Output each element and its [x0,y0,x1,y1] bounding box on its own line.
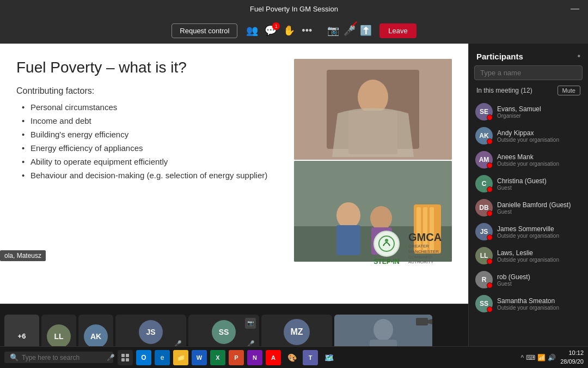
participant-item-laws[interactable]: LL Laws, Leslie Outside your organisatio… [469,244,588,268]
avatar-smeaton: SS [475,295,493,312]
participants-list: SE Evans, Samuel Organiser AK Andy Kippa… [469,98,588,368]
participant-item-evans[interactable]: SE Evans, Samuel Organiser [469,100,588,124]
clock-date: 28/09/20 [560,358,584,366]
info-bamford: Danielle Bamford (Guest) Guest [497,201,581,215]
toolbar-icons: 👥 💬 1 ✋ ••• [246,25,312,37]
teams-icon[interactable]: T [303,350,318,365]
name-laws: Laws, Leslie [497,249,581,257]
task-view-button[interactable] [118,350,133,365]
participants-header: Participants • [469,44,588,65]
info-evans: Evans, Samuel Organiser [497,105,581,119]
avatar-ak: AK [84,324,108,348]
leave-button[interactable]: Leave [379,23,416,38]
participant-item-rob[interactable]: R rob (Guest) Guest [469,268,588,292]
role-mank: Outside your organisation [497,161,581,167]
svg-rect-21 [416,318,428,325]
clock-display[interactable]: 10:12 28/09/20 [560,349,584,366]
participant-item-smeaton[interactable]: SS Samantha Smeaton Outside your organis… [469,292,588,316]
svg-point-13 [370,206,392,230]
participants-count-row: In this meeting (12) Mute [469,83,588,98]
role-kippax: Outside your organisation [497,137,581,143]
taskbar-search-box[interactable]: 🔍 🎤 [4,352,113,363]
info-rob: rob (Guest) Guest [497,273,581,287]
minimize-button[interactable]: — [571,0,579,17]
raise-hand-icon[interactable]: ✋ [283,25,295,37]
title-bar: Fuel Poverty In GM Session — [0,0,588,17]
participants-title: Participants [476,52,523,61]
clock-time: 10:12 [560,349,584,357]
svg-rect-12 [336,225,360,255]
request-control-button[interactable]: Request control [171,23,237,38]
gmca-full-text: GREATER MANCHESTER COMBINED AUTHORITY [408,244,452,264]
window-title: Fuel Poverty In GM Session [250,5,338,13]
participants-panel: Participants • In this meeting (12) Mute… [468,44,588,368]
adobe-icon[interactable]: A [266,350,281,365]
svg-rect-4 [294,59,452,160]
info-sommerville: James Sommerville Outside your organisat… [497,225,581,239]
participant-item-christina[interactable]: C Christina (Guest) Guest [469,172,588,196]
file-explorer-icon[interactable]: 📁 [173,350,188,365]
volume-icon[interactable]: 🔊 [548,354,556,361]
more-options-icon[interactable]: ••• [302,25,312,37]
stepin-text: STEP-IN [373,258,399,266]
presentation-area: Fuel Poverty – what is it? Contributing … [0,44,468,304]
paint-icon[interactable]: 🎨 [284,350,299,365]
word-icon[interactable]: W [192,350,207,365]
role-bamford: Guest [497,209,581,215]
name-christina: Christina (Guest) [497,177,581,185]
avatar-christina: C [475,175,493,192]
chat-icon[interactable]: 💬 1 [265,25,277,37]
keyboard-icon[interactable]: ⌨ [526,354,535,361]
camera-toggle-icon[interactable]: 📷 [327,25,339,37]
participant-item-kippax[interactable]: AK Andy Kippax Outside your organisation [469,124,588,148]
slide-image-top [294,59,452,160]
info-mank: Anees Mank Outside your organisation [497,153,581,167]
chevron-up-icon[interactable]: ^ [521,354,524,361]
participant-item-sommerville[interactable]: JS James Sommerville Outside your organi… [469,220,588,244]
share-screen-icon[interactable]: ⬆️ [360,25,372,37]
svg-point-16 [385,239,388,242]
role-evans: Organiser [497,113,581,119]
svg-point-15 [379,236,394,251]
participants-icon[interactable]: 👥 [246,25,258,37]
excel-icon[interactable]: X [210,350,225,365]
name-smeaton: Samantha Smeaton [497,297,581,305]
mute-all-button[interactable]: Mute [558,86,580,95]
taskbar: 🔍 🎤 O [0,346,468,368]
participant-item-bamford[interactable]: DB Danielle Bamford (Guest) Guest [469,196,588,220]
main-area: Fuel Poverty – what is it? Contributing … [0,44,588,368]
avatar-sommerville: JS [475,223,493,240]
avatar-mank: AM [475,151,493,168]
taskbar-apps: O e 📁 W X P [118,350,336,365]
role-rob: Guest [497,281,581,287]
participants-search-input[interactable] [474,65,583,80]
slide-content: Fuel Poverty – what is it? Contributing … [0,44,468,304]
content-area: Fuel Poverty – what is it? Contributing … [0,44,468,368]
outlook-icon[interactable]: O [136,350,151,365]
participant-item-mank[interactable]: AM Anees Mank Outside your organisation [469,148,588,172]
edge-icon[interactable]: e [155,350,170,365]
svg-rect-24 [126,354,129,357]
info-christina: Christina (Guest) Guest [497,177,581,191]
onenote-icon[interactable]: N [247,350,262,365]
role-christina: Guest [497,185,581,191]
taskbar-search-input[interactable] [22,354,103,361]
name-mank: Anees Mank [497,153,581,161]
avatar-ss: SS [212,320,236,344]
name-kippax: Andy Kippax [497,129,581,137]
speaker-name-overlay: ola, Mateusz [0,250,46,261]
participants-options-icon[interactable]: • [577,51,580,61]
stepin-logo: STEP-IN [373,231,400,266]
role-smeaton: Outside your organisation [497,305,581,311]
camera-off-icon: 📷 [245,318,256,329]
avatar-kippax: AK [475,127,493,144]
svg-rect-25 [121,358,125,361]
network-icon[interactable]: 📶 [537,354,546,361]
info-kippax: Andy Kippax Outside your organisation [497,129,581,143]
role-sommerville: Outside your organisation [497,233,581,239]
powerpoint-icon[interactable]: P [229,350,244,365]
avatar-evans: SE [475,103,493,120]
name-rob: rob (Guest) [497,273,581,281]
mic-toggle-icon[interactable]: 🎤 [344,25,356,37]
maps-icon[interactable]: 🗺️ [321,350,336,365]
